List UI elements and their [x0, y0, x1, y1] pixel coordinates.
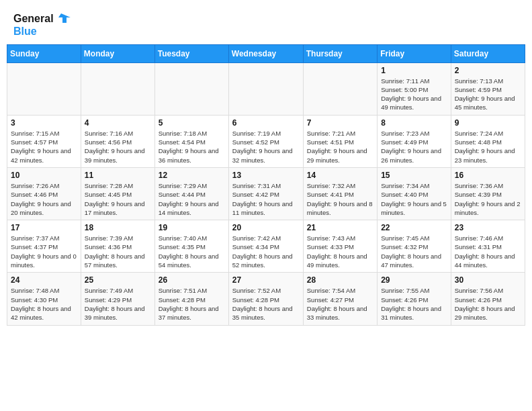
calendar-header-row: SundayMondayTuesdayWednesdayThursdayFrid…: [7, 44, 525, 62]
day-cell: 3Sunrise: 7:15 AMSunset: 4:57 PMDaylight…: [7, 115, 81, 167]
day-info: Sunrise: 7:32 AMSunset: 4:41 PMDaylight:…: [307, 181, 373, 217]
col-header-saturday: Saturday: [451, 44, 525, 62]
day-number: 18: [85, 223, 151, 232]
day-number: 17: [11, 223, 77, 232]
day-cell: 1Sunrise: 7:11 AMSunset: 5:00 PMDaylight…: [378, 62, 451, 115]
day-number: 9: [455, 118, 521, 128]
day-cell: 9Sunrise: 7:24 AMSunset: 4:48 PMDaylight…: [451, 115, 525, 167]
logo-blue: Blue: [13, 26, 71, 38]
week-row-5: 24Sunrise: 7:48 AMSunset: 4:30 PMDayligh…: [7, 273, 525, 325]
week-row-1: 1Sunrise: 7:11 AMSunset: 5:00 PMDaylight…: [7, 62, 525, 115]
day-cell: 13Sunrise: 7:31 AMSunset: 4:42 PMDayligh…: [228, 167, 303, 220]
day-cell: 22Sunrise: 7:45 AMSunset: 4:32 PMDayligh…: [378, 220, 451, 273]
day-cell: 6Sunrise: 7:19 AMSunset: 4:52 PMDaylight…: [228, 115, 303, 167]
day-cell: 18Sunrise: 7:39 AMSunset: 4:36 PMDayligh…: [81, 220, 154, 273]
day-number: 21: [307, 223, 373, 232]
day-number: 28: [307, 275, 373, 285]
day-info: Sunrise: 7:36 AMSunset: 4:39 PMDaylight:…: [455, 181, 521, 217]
day-number: 19: [159, 223, 225, 232]
day-info: Sunrise: 7:48 AMSunset: 4:30 PMDaylight:…: [11, 286, 77, 322]
day-info: Sunrise: 7:46 AMSunset: 4:31 PMDaylight:…: [455, 234, 521, 269]
day-number: 22: [381, 223, 447, 232]
day-cell: 27Sunrise: 7:52 AMSunset: 4:28 PMDayligh…: [228, 273, 303, 325]
day-info: Sunrise: 7:34 AMSunset: 4:40 PMDaylight:…: [381, 181, 447, 217]
col-header-tuesday: Tuesday: [154, 44, 228, 62]
day-number: 15: [381, 171, 447, 180]
day-number: 3: [11, 118, 77, 128]
day-cell: [154, 62, 228, 115]
day-info: Sunrise: 7:37 AMSunset: 4:37 PMDaylight:…: [11, 234, 77, 269]
day-cell: 16Sunrise: 7:36 AMSunset: 4:39 PMDayligh…: [451, 167, 525, 220]
day-info: Sunrise: 7:24 AMSunset: 4:48 PMDaylight:…: [455, 129, 521, 165]
day-cell: 10Sunrise: 7:26 AMSunset: 4:46 PMDayligh…: [7, 167, 81, 220]
col-header-sunday: Sunday: [7, 44, 81, 62]
calendar-wrap: SundayMondayTuesdayWednesdayThursdayFrid…: [0, 44, 532, 332]
day-number: 20: [232, 223, 300, 232]
day-info: Sunrise: 7:31 AMSunset: 4:42 PMDaylight:…: [232, 181, 300, 217]
logo-bird-icon: [56, 12, 71, 26]
day-cell: 15Sunrise: 7:34 AMSunset: 4:40 PMDayligh…: [378, 167, 451, 220]
day-info: Sunrise: 7:40 AMSunset: 4:35 PMDaylight:…: [159, 234, 225, 269]
day-number: 25: [85, 275, 151, 285]
day-cell: 19Sunrise: 7:40 AMSunset: 4:35 PMDayligh…: [154, 220, 228, 273]
day-cell: 23Sunrise: 7:46 AMSunset: 4:31 PMDayligh…: [451, 220, 525, 273]
day-cell: 5Sunrise: 7:18 AMSunset: 4:54 PMDaylight…: [154, 115, 228, 167]
day-number: 30: [455, 275, 521, 285]
day-number: 2: [455, 66, 521, 75]
day-cell: 25Sunrise: 7:49 AMSunset: 4:29 PMDayligh…: [81, 273, 154, 325]
day-info: Sunrise: 7:28 AMSunset: 4:45 PMDaylight:…: [85, 181, 151, 217]
day-info: Sunrise: 7:55 AMSunset: 4:26 PMDaylight:…: [381, 286, 447, 322]
day-info: Sunrise: 7:51 AMSunset: 4:28 PMDaylight:…: [159, 286, 225, 322]
week-row-4: 17Sunrise: 7:37 AMSunset: 4:37 PMDayligh…: [7, 220, 525, 273]
day-number: 29: [381, 275, 447, 285]
day-cell: [228, 62, 303, 115]
day-info: Sunrise: 7:16 AMSunset: 4:56 PMDaylight:…: [85, 129, 151, 165]
day-cell: [7, 62, 81, 115]
day-info: Sunrise: 7:29 AMSunset: 4:44 PMDaylight:…: [159, 181, 225, 217]
page-header: General Blue: [0, 0, 532, 44]
day-info: Sunrise: 7:11 AMSunset: 5:00 PMDaylight:…: [381, 77, 447, 112]
day-cell: 11Sunrise: 7:28 AMSunset: 4:45 PMDayligh…: [81, 167, 154, 220]
day-number: 10: [11, 171, 77, 180]
day-number: 14: [307, 171, 373, 180]
day-info: Sunrise: 7:54 AMSunset: 4:27 PMDaylight:…: [307, 286, 373, 322]
day-number: 11: [85, 171, 151, 180]
day-info: Sunrise: 7:49 AMSunset: 4:29 PMDaylight:…: [85, 286, 151, 322]
logo: General Blue: [13, 12, 71, 38]
day-cell: 12Sunrise: 7:29 AMSunset: 4:44 PMDayligh…: [154, 167, 228, 220]
calendar-body: 1Sunrise: 7:11 AMSunset: 5:00 PMDaylight…: [7, 62, 525, 325]
logo-general: General: [13, 13, 54, 25]
day-cell: 30Sunrise: 7:56 AMSunset: 4:26 PMDayligh…: [451, 273, 525, 325]
day-cell: 14Sunrise: 7:32 AMSunset: 4:41 PMDayligh…: [303, 167, 377, 220]
day-number: 5: [159, 118, 225, 128]
day-number: 23: [455, 223, 521, 232]
day-number: 12: [159, 171, 225, 180]
day-cell: 8Sunrise: 7:23 AMSunset: 4:49 PMDaylight…: [378, 115, 451, 167]
day-number: 6: [232, 118, 300, 128]
col-header-thursday: Thursday: [303, 44, 377, 62]
col-header-friday: Friday: [378, 44, 451, 62]
day-number: 26: [159, 275, 225, 285]
day-info: Sunrise: 7:23 AMSunset: 4:49 PMDaylight:…: [381, 129, 447, 165]
day-info: Sunrise: 7:18 AMSunset: 4:54 PMDaylight:…: [159, 129, 225, 165]
svg-marker-0: [58, 13, 71, 23]
day-info: Sunrise: 7:26 AMSunset: 4:46 PMDaylight:…: [11, 181, 77, 217]
week-row-2: 3Sunrise: 7:15 AMSunset: 4:57 PMDaylight…: [7, 115, 525, 167]
day-number: 1: [381, 66, 447, 75]
day-number: 27: [232, 275, 300, 285]
week-row-3: 10Sunrise: 7:26 AMSunset: 4:46 PMDayligh…: [7, 167, 525, 220]
day-info: Sunrise: 7:45 AMSunset: 4:32 PMDaylight:…: [381, 234, 447, 269]
day-cell: 7Sunrise: 7:21 AMSunset: 4:51 PMDaylight…: [303, 115, 377, 167]
day-cell: 26Sunrise: 7:51 AMSunset: 4:28 PMDayligh…: [154, 273, 228, 325]
day-number: 13: [232, 171, 300, 180]
day-cell: 4Sunrise: 7:16 AMSunset: 4:56 PMDaylight…: [81, 115, 154, 167]
day-cell: [303, 62, 377, 115]
day-info: Sunrise: 7:15 AMSunset: 4:57 PMDaylight:…: [11, 129, 77, 165]
day-info: Sunrise: 7:56 AMSunset: 4:26 PMDaylight:…: [455, 286, 521, 322]
day-info: Sunrise: 7:39 AMSunset: 4:36 PMDaylight:…: [85, 234, 151, 269]
day-info: Sunrise: 7:42 AMSunset: 4:34 PMDaylight:…: [232, 234, 300, 269]
day-number: 16: [455, 171, 521, 180]
day-cell: [81, 62, 154, 115]
day-cell: 24Sunrise: 7:48 AMSunset: 4:30 PMDayligh…: [7, 273, 81, 325]
day-info: Sunrise: 7:43 AMSunset: 4:33 PMDaylight:…: [307, 234, 373, 269]
